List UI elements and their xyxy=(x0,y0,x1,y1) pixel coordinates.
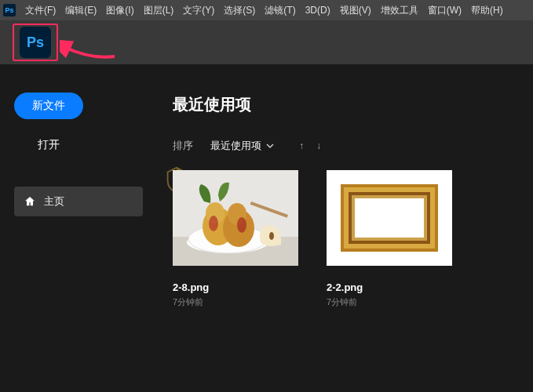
menu-3d[interactable]: 3D(D) xyxy=(305,5,330,16)
menu-edit[interactable]: 编辑(E) xyxy=(65,4,97,17)
menu-help[interactable]: 帮助(H) xyxy=(471,4,503,17)
chevron-down-icon xyxy=(266,142,274,150)
svg-rect-18 xyxy=(355,198,424,238)
recent-file-card[interactable]: 2-8.png 7分钟前 xyxy=(173,170,298,308)
ps-home-icon[interactable]: Ps xyxy=(20,27,51,58)
ps-home-highlight-box: Ps xyxy=(13,24,58,61)
svg-point-10 xyxy=(237,217,246,233)
svg-point-11 xyxy=(269,232,274,240)
menu-bar: Ps 文件(F) 编辑(E) 图像(I) 图层(L) 文字(Y) 选择(S) 滤… xyxy=(0,0,533,20)
sort-label: 排序 xyxy=(173,139,193,153)
nav-home[interactable]: 主页 xyxy=(14,187,143,216)
thumbnail xyxy=(173,170,298,266)
file-name: 2-2.png xyxy=(327,281,452,293)
menu-select[interactable]: 选择(S) xyxy=(224,4,255,17)
sort-row: 排序 最近使用项 ↑ ↓ xyxy=(173,139,533,153)
svg-point-9 xyxy=(209,216,218,231)
sort-value: 最近使用项 xyxy=(210,139,261,153)
new-file-button[interactable]: 新文件 xyxy=(14,93,83,119)
sort-desc-icon[interactable]: ↓ xyxy=(316,140,321,151)
ps-mini-icon: Ps xyxy=(3,4,16,16)
recent-files-grid: 2-8.png 7分钟前 2-2.png 7分钟前 xyxy=(173,170,533,308)
top-bar: Ps xyxy=(0,20,533,64)
thumbnail xyxy=(327,170,452,266)
menu-window[interactable]: 窗口(W) xyxy=(428,4,462,17)
menu-plugins[interactable]: 增效工具 xyxy=(381,4,418,17)
nav-home-label: 主页 xyxy=(44,194,64,209)
sort-dropdown[interactable]: 最近使用项 xyxy=(210,139,274,153)
open-button[interactable]: 打开 xyxy=(14,132,83,158)
menu-layer[interactable]: 图层(L) xyxy=(144,4,174,17)
sidebar: 新文件 打开 主页 xyxy=(0,64,157,392)
menu-view[interactable]: 视图(V) xyxy=(340,4,371,17)
menu-type[interactable]: 文字(Y) xyxy=(183,4,214,17)
recent-file-card[interactable]: 2-2.png 7分钟前 xyxy=(327,170,452,308)
file-time: 7分钟前 xyxy=(327,296,452,308)
home-icon xyxy=(24,195,36,208)
menu-file[interactable]: 文件(F) xyxy=(25,4,56,17)
file-time: 7分钟前 xyxy=(173,296,298,308)
main-panel: 最近使用项 排序 最近使用项 ↑ ↓ T 腾轩网 TENGXUANWANG xyxy=(157,64,533,392)
menu-image[interactable]: 图像(I) xyxy=(106,4,133,17)
recent-title: 最近使用项 xyxy=(173,94,533,115)
file-name: 2-8.png xyxy=(173,281,298,293)
menu-filter[interactable]: 滤镜(T) xyxy=(265,4,295,17)
sort-asc-icon[interactable]: ↑ xyxy=(299,140,304,151)
